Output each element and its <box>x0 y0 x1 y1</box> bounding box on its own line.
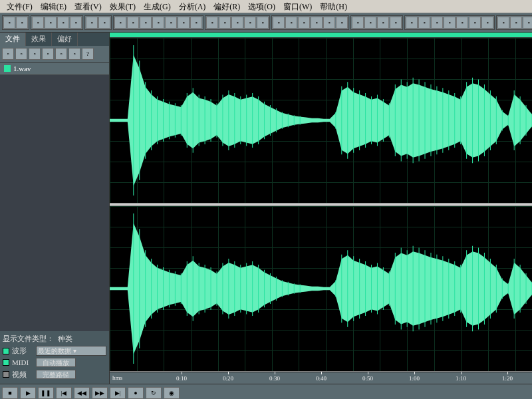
side-tb-help[interactable]: ? <box>82 48 94 60</box>
side-toolbar: ▫▫▫▫▫▫? <box>0 46 109 63</box>
toolbar-d7[interactable]: ▪ <box>481 17 493 29</box>
menu-选项(O)[interactable]: 选项(O) <box>244 0 279 13</box>
time-tick: 0:50 <box>362 372 373 384</box>
side-tab-效果[interactable]: 效果 <box>26 33 52 46</box>
menu-窗口(W)[interactable]: 窗口(W) <box>279 0 316 13</box>
toolbar-paste[interactable]: ▪ <box>140 17 152 29</box>
toolbar-g1[interactable]: ▪ <box>206 17 218 29</box>
toolbar-copy[interactable]: ▪ <box>114 17 126 29</box>
v2-icon: ▪ <box>290 19 292 26</box>
toolbar-v2[interactable]: ▪ <box>285 17 297 29</box>
side-tab-文件[interactable]: 文件 <box>0 33 26 46</box>
filter-checkbox-MIDI[interactable] <box>3 359 9 366</box>
time-tick: 1:00 <box>409 372 420 384</box>
toolbar-redo[interactable]: ▪ <box>98 17 110 29</box>
transport-skip-start[interactable]: |◀ <box>56 387 72 399</box>
toolbar-loop[interactable]: ▪ <box>390 17 402 29</box>
add-icon: ▫ <box>33 51 35 57</box>
file-list[interactable]: 1.wav <box>0 63 109 331</box>
side-tab-偏好[interactable]: 偏好 <box>52 33 78 46</box>
toolbar-d6[interactable]: ▪ <box>469 17 481 29</box>
waveform-tracks[interactable] <box>110 38 532 372</box>
d6-icon: ▪ <box>473 19 475 26</box>
toolbar-h3[interactable]: ▪ <box>523 17 532 29</box>
track-left-channel[interactable] <box>110 38 532 203</box>
toolbar-saveall[interactable]: ▪ <box>70 17 82 29</box>
time-ruler[interactable]: hms0:100:200:300:400:501:001:101:20 <box>110 372 532 384</box>
toolbar-save[interactable]: ▪ <box>57 17 69 29</box>
toolbar-d3[interactable]: ▪ <box>431 17 443 29</box>
filter-btn-完整路径[interactable]: 完整路径 <box>36 370 76 379</box>
toolbar-v4[interactable]: ▪ <box>311 17 323 29</box>
v4-icon: ▪ <box>315 19 317 26</box>
menu-分析(A)[interactable]: 分析(A) <box>175 0 210 13</box>
toolbar-open[interactable]: ▪ <box>45 17 57 29</box>
trim-icon: ▪ <box>182 19 184 26</box>
side-tb-p1[interactable]: ▫ <box>42 48 54 60</box>
transport-record[interactable]: ● <box>128 387 144 399</box>
side-tb-open[interactable]: ▫ <box>2 48 14 60</box>
toolbar-sel[interactable]: ▪ <box>190 17 202 29</box>
saveall-icon: ▪ <box>74 19 76 26</box>
toolbar-cut[interactable]: ▪ <box>127 17 139 29</box>
toolbar-v3[interactable]: ▪ <box>298 17 310 29</box>
toolbar-wave-2[interactable]: ▪ <box>16 17 28 29</box>
d2-icon: ▪ <box>423 19 425 26</box>
filter-checkbox-视频[interactable] <box>3 371 9 378</box>
sel-icon: ▪ <box>195 19 197 26</box>
menu-查看(V)[interactable]: 查看(V) <box>70 0 106 13</box>
filter-btn-自动播放[interactable]: 自动播放 <box>36 358 76 367</box>
toolbar-d1[interactable]: ▪ <box>406 17 418 29</box>
selection-overview[interactable] <box>110 33 532 38</box>
toolbar-g2[interactable]: ▪ <box>219 17 231 29</box>
toolbar-g5[interactable]: ▪ <box>257 17 269 29</box>
side-tb-p2[interactable]: ▫ <box>55 48 67 60</box>
toolbar-v1[interactable]: ▪ <box>273 17 285 29</box>
menu-文件(F)[interactable]: 文件(F) <box>3 0 37 13</box>
toolbar-h1[interactable]: ▪ <box>497 17 509 29</box>
transport-stop[interactable]: ■ <box>2 387 18 399</box>
filter-row-波形: 波形最近的数据 ▾ <box>3 346 106 356</box>
toolbar-d5[interactable]: ▪ <box>456 17 468 29</box>
toolbar-g4[interactable]: ▪ <box>244 17 256 29</box>
toolbar-h2[interactable]: ▪ <box>510 17 522 29</box>
track-right-channel[interactable] <box>110 206 532 372</box>
toolbar-play[interactable]: ▪ <box>352 17 364 29</box>
filter-row-MIDI: MIDI自动播放 <box>3 357 106 368</box>
toolbar-undo[interactable]: ▪ <box>86 17 98 29</box>
file-item[interactable]: 1.wav <box>0 63 109 75</box>
toolbar-trim[interactable]: ▪ <box>178 17 190 29</box>
toolbar-rec[interactable]: ▪ <box>377 17 389 29</box>
side-tb-p3[interactable]: ▫ <box>68 48 80 60</box>
transport-rewind[interactable]: ◀◀ <box>74 387 90 399</box>
toolbar-new[interactable]: ▪ <box>32 17 44 29</box>
side-tb-add[interactable]: ▫ <box>29 48 41 60</box>
toolbar-v6[interactable]: ▪ <box>336 17 348 29</box>
transport-play[interactable]: ▶ <box>20 387 36 399</box>
menu-偏好(R)[interactable]: 偏好(R) <box>209 0 244 13</box>
menu-效果(T)[interactable]: 效果(T) <box>106 0 140 13</box>
transport-loop[interactable]: ↻ <box>146 387 162 399</box>
toolbar-v5[interactable]: ▪ <box>323 17 335 29</box>
toolbar-mix[interactable]: ▪ <box>152 17 164 29</box>
toolbar-del[interactable]: ▪ <box>165 17 177 29</box>
time-unit-label: hms <box>112 374 122 381</box>
transport-cd[interactable]: ◉ <box>164 387 180 399</box>
menu-编辑(E)[interactable]: 编辑(E) <box>37 0 70 13</box>
del-icon: ▪ <box>170 19 172 26</box>
transport-skip-end[interactable]: ▶| <box>110 387 126 399</box>
menu-生成(G)[interactable]: 生成(G) <box>140 0 175 13</box>
filter-checkbox-波形[interactable] <box>3 348 9 354</box>
transport-pause[interactable]: ❚❚ <box>38 387 54 399</box>
transport-forward[interactable]: ▶▶ <box>92 387 108 399</box>
toolbar-stop[interactable]: ▪ <box>364 17 376 29</box>
side-tb-play[interactable]: ▫ <box>15 48 27 60</box>
filter-dropdown[interactable]: 最近的数据 ▾ <box>36 346 106 356</box>
redo-icon: ▪ <box>103 19 105 26</box>
menu-帮助(H)[interactable]: 帮助(H) <box>316 0 351 13</box>
toolbar-g3[interactable]: ▪ <box>231 17 243 29</box>
toolbar-d4[interactable]: ▪ <box>444 17 456 29</box>
copy-icon: ▪ <box>119 19 121 26</box>
toolbar-wave-1[interactable]: ▪ <box>3 17 15 29</box>
toolbar-d2[interactable]: ▪ <box>418 17 430 29</box>
